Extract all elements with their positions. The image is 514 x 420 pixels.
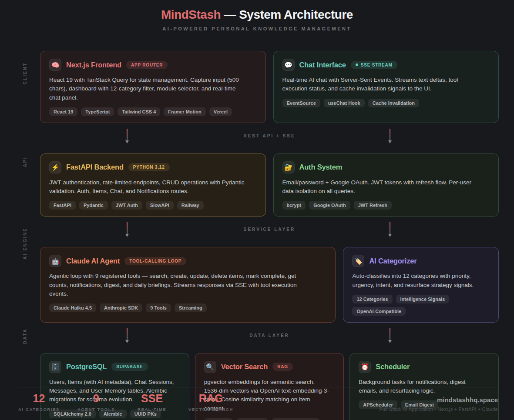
- card-header: ⏰ Scheduler: [359, 361, 490, 373]
- tag-list: Claude Haiku 4.5 Anthropic SDK 9 Tools S…: [49, 303, 326, 312]
- tag: Claude Haiku 4.5: [49, 303, 96, 312]
- down-arrow-icon: [390, 328, 390, 340]
- card-header: 🔐 Auth System: [282, 161, 490, 173]
- tag: 12 Categories: [352, 295, 392, 303]
- status-dot: [356, 63, 358, 66]
- stat-agent-tools: 9 AGENT TOOLS: [77, 393, 115, 412]
- tag: 9 Tools: [146, 303, 171, 312]
- python-version-badge: PYTHON 3.12: [128, 163, 170, 171]
- tag: Anthropic SDK: [100, 303, 142, 312]
- card-header: 🤖 Claude AI Agent TOOL-CALLING LOOP: [49, 255, 326, 267]
- stat-value: SSE: [133, 393, 171, 405]
- page-title: MindStash — System Architecture: [0, 8, 514, 22]
- stat-rag: RAG VECTOR SEARCH: [188, 393, 233, 412]
- card-ai-categorizer: 🏷️ AI Categorizer Auto-classifies into 1…: [343, 247, 499, 323]
- card-title: AI Categorizer: [369, 257, 417, 265]
- connector-rest-api: REST API + SSE: [40, 123, 499, 153]
- footer: 12 AI CATEGORIES 9 AGENT TOOLS SSE REAL-…: [18, 393, 498, 412]
- speech-bubble-icon: 💬: [282, 59, 295, 71]
- file-cabinet-icon: 🗄️: [49, 361, 61, 373]
- card-fastapi-backend: ⚡ FastAPI Backend PYTHON 3.12 JWT authen…: [40, 153, 266, 217]
- stat-value: 9: [77, 393, 115, 405]
- lightning-icon: ⚡: [49, 161, 61, 173]
- card-header: 🔍 Vector Search RAG: [204, 361, 335, 373]
- tag: Framer Motion: [164, 107, 205, 116]
- footer-tagline: Full-Stack AI Application • Next.js + Fa…: [380, 407, 498, 412]
- tag: OpenAI-Compatible: [352, 307, 406, 316]
- stat-value: RAG: [188, 393, 233, 405]
- connector-label: SERVICE LAYER: [40, 227, 499, 232]
- tag: bcrypt: [282, 201, 306, 210]
- card-description: Agentic loop with 9 registered tools — s…: [49, 272, 316, 298]
- connector-data-layer: DATA LAYER: [40, 323, 499, 353]
- lock-icon: 🔐: [282, 161, 295, 173]
- card-title: Claude AI Agent: [66, 257, 120, 265]
- stat-ai-categories: 12 AI CATEGORIES: [18, 393, 60, 412]
- tag-list: React 19 TypeScript Tailwind CSS 4 Frame…: [49, 107, 257, 116]
- card-header: ⚡ FastAPI Backend PYTHON 3.12: [49, 161, 257, 173]
- card-description: JWT authentication, rate-limited endpoin…: [49, 178, 248, 196]
- stat-sse: SSE REAL-TIME: [133, 393, 171, 412]
- alarm-clock-icon: ⏰: [359, 361, 371, 373]
- tag: Google OAuth: [309, 201, 350, 210]
- rag-badge: RAG: [272, 363, 293, 371]
- card-title: Auth System: [299, 163, 343, 171]
- card-title: Chat Interface: [299, 61, 346, 69]
- row-api: ⚡ FastAPI Backend PYTHON 3.12 JWT authen…: [40, 153, 499, 217]
- stats-group: 12 AI CATEGORIES 9 AGENT TOOLS SSE REAL-…: [18, 393, 233, 412]
- rail-label-data: DATA: [23, 328, 27, 344]
- site-url: mindstashhq.space: [380, 396, 498, 403]
- app-router-badge: APP ROUTER: [126, 61, 168, 69]
- tag: Intelligence Signals: [396, 295, 450, 303]
- tag: SlowAPI: [146, 201, 174, 210]
- tag: Streaming: [175, 303, 207, 312]
- down-arrow-icon: [390, 129, 390, 141]
- brain-icon: 🧠: [49, 59, 61, 71]
- stat-label: AGENT TOOLS: [77, 407, 115, 412]
- tag-list: bcrypt Google OAuth JWT Refresh: [282, 201, 490, 210]
- stat-value: 12: [18, 393, 60, 405]
- tag-list: pgvector 1536 dims Cosine Similarity: [204, 418, 335, 420]
- tag: Vercel: [209, 107, 232, 116]
- tag: Pydantic: [79, 201, 108, 210]
- card-header: 💬 Chat Interface SSE STREAM: [282, 59, 490, 71]
- card-title: PostgreSQL: [66, 363, 107, 371]
- card-header: 🧠 Next.js Frontend APP ROUTER: [49, 59, 257, 71]
- connector-service-layer: SERVICE LAYER: [40, 217, 499, 247]
- rail-label-client: CLIENT: [23, 62, 27, 84]
- tag: FastAPI: [49, 201, 76, 210]
- robot-icon: 🤖: [49, 255, 61, 267]
- tag: EventSource: [282, 99, 320, 107]
- row-ai-engine: 🤖 Claude AI Agent TOOL-CALLING LOOP Agen…: [40, 247, 499, 323]
- tag-list: 12 Categories Intelligence Signals OpenA…: [352, 295, 490, 316]
- rail-label-api: API: [23, 157, 27, 167]
- tag: useChat Hook: [324, 99, 365, 107]
- tag: Railway: [177, 201, 204, 210]
- stat-label: VECTOR SEARCH: [188, 407, 233, 412]
- page-title-rest: — System Architecture: [221, 8, 353, 21]
- card-description: React 19 with TanStack Query for state m…: [49, 76, 248, 102]
- tag: JWT Refresh: [354, 201, 392, 210]
- magnifier-icon: 🔍: [204, 361, 216, 373]
- connector-label: DATA LAYER: [40, 333, 499, 338]
- supabase-badge: SUPABASE: [111, 363, 148, 371]
- sse-stream-badge: SSE STREAM: [351, 61, 397, 69]
- footer-divider: [18, 387, 497, 387]
- tag: Tailwind CSS 4: [118, 107, 160, 116]
- tag: JWT Auth: [111, 201, 142, 210]
- stat-label: AI CATEGORIES: [18, 407, 60, 412]
- page-header: MindStash — System Architecture AI-POWER…: [0, 0, 514, 31]
- card-description: Auto-classifies into 12 categories with …: [352, 272, 484, 290]
- tag: Cache Invalidation: [368, 99, 419, 107]
- card-title: Scheduler: [376, 363, 410, 371]
- rail-label-ai-engine: AI ENGINE: [23, 227, 27, 260]
- brand-name: MindStash: [161, 8, 221, 21]
- card-header: 🏷️ AI Categorizer: [352, 255, 490, 267]
- badge-label: SSE STREAM: [361, 63, 393, 67]
- diagram-content: 🧠 Next.js Frontend APP ROUTER React 19 w…: [40, 51, 499, 420]
- tag: React 19: [49, 107, 77, 116]
- card-claude-ai-agent: 🤖 Claude AI Agent TOOL-CALLING LOOP Agen…: [40, 247, 336, 323]
- card-description: Email/password + Google OAuth. JWT token…: [282, 178, 481, 196]
- connector-label: REST API + SSE: [40, 133, 499, 138]
- card-title: Vector Search: [221, 363, 268, 371]
